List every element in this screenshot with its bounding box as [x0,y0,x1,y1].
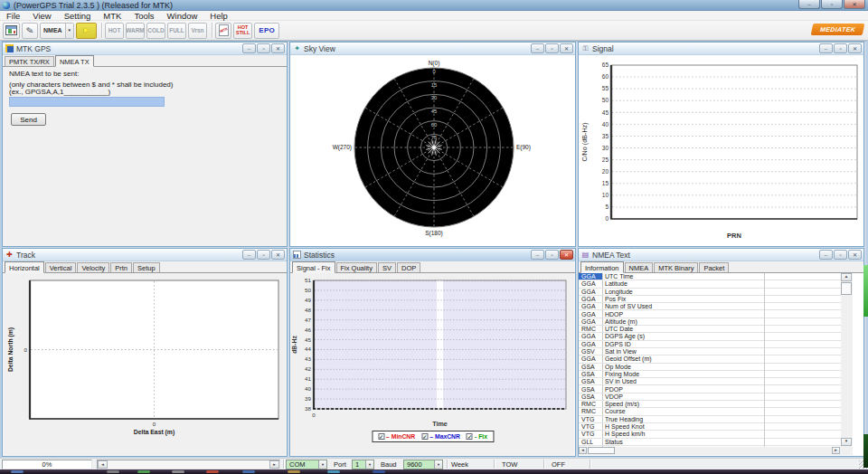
nmea-row[interactable]: GSVSat in View [579,348,841,356]
port-number-select[interactable]: 1 ▼ [352,460,374,469]
nmea-text-restore-button[interactable]: ▫ [834,250,847,260]
track-minimize-button[interactable]: – [242,250,256,260]
nmea-row[interactable]: GSAOp Mode [579,364,841,371]
scroll-up-icon[interactable]: ▲ [841,273,852,281]
nmea-row[interactable]: GSASV in Used [579,378,841,385]
mtk-gps-minimize-button[interactable]: – [242,43,256,53]
legend-checkbox[interactable]: ✓ [467,433,473,440]
horizontal-scrollbar[interactable]: ◄► [579,447,841,455]
signal-titlebar[interactable]: ⚿ Signal –▫✕ [579,43,863,55]
menu-item-setting[interactable]: Setting [58,11,98,21]
dropdown-arrow-icon[interactable]: ▼ [318,460,326,469]
app-titlebar[interactable]: (PowerGPS Trial 2.3.5 ) (Released for MT… [0,0,868,11]
mtk-gps-titlebar[interactable]: MTK GPS –▫✕ [3,43,287,55]
protocol-select[interactable]: NMEA ▼ [40,23,74,39]
statistics-titlebar[interactable]: Statistics –▫✕ [290,249,575,261]
nmea-row[interactable]: GGADGPS Age (s) [579,333,841,340]
scroll-left-icon[interactable]: ◄ [579,447,587,454]
mtk-gps-tab-nmea-tx[interactable]: NMEA TX [55,55,94,67]
nmea-row[interactable]: GGADGPS ID [579,341,841,348]
view-windows-button[interactable] [3,23,20,39]
scrollbar-thumb[interactable] [588,447,615,454]
nmea-row[interactable]: GGAUTC Time [579,273,841,280]
track-restore-button[interactable]: ▫ [257,250,270,260]
scroll-down-icon[interactable]: ▼ [841,438,852,446]
mtk-gps-close-button[interactable]: ✕ [271,43,285,53]
sky-view-close-button[interactable]: ✕ [560,43,573,53]
track-tab-horizontal[interactable]: Horizontal [5,261,44,273]
track-tab-vertical[interactable]: Vertical [45,262,77,272]
track-close-button[interactable]: ✕ [271,250,285,260]
nmea-row[interactable]: GGAGeoid Offset (m) [579,356,841,363]
legend-checkbox[interactable]: ✓ [421,433,428,440]
nmea-text-tab-nmea[interactable]: NMEA [625,262,654,272]
scrollbar-thumb[interactable] [841,282,852,295]
menu-item-help[interactable]: Help [203,11,234,21]
nmea-row[interactable]: GGALatitude [579,280,841,288]
nmea-row[interactable]: RMCSpeed (m/s) [579,401,841,408]
minimize-button[interactable]: – [798,0,820,9]
nmea-row[interactable]: RMCUTC Date [579,326,841,333]
nmea-text-input[interactable] [9,97,165,107]
nmea-text-tab-mtk-binary[interactable]: MTK Binary [654,262,698,272]
statistics-tab-fix-quality[interactable]: Fix Quality [336,262,377,272]
nmea-row[interactable]: VTGTrue Heading [579,416,841,423]
nmea-row[interactable]: GGAAltitude (m) [579,318,841,326]
com-port-select[interactable]: COM ▼ [286,460,327,469]
nmea-row[interactable]: GSAPDOP [579,386,841,393]
nmea-text-titlebar[interactable]: ▤ NMEA Text –▫✕ [579,249,863,261]
send-command-button[interactable]: ► [76,23,97,39]
pmtk-file-button[interactable]: PMTK [215,23,231,39]
hot-still-button[interactable]: HOTSTILL [233,23,252,39]
baud-rate-select[interactable]: 9600 ▼ [403,460,443,469]
nmea-field-table[interactable]: GGAUTC TimeGGALatitudeGGALongitudeGGAPos… [579,273,841,447]
nmea-text-minimize-button[interactable]: – [819,250,833,260]
maximize-button[interactable]: ▫ [821,0,843,9]
send-button[interactable]: Send [11,113,46,126]
sky-view-restore-button[interactable]: ▫ [545,43,559,53]
track-tab-setup[interactable]: Setup [133,262,160,272]
track-tab-velocity[interactable]: Velocity [77,262,109,272]
menu-item-file[interactable]: File [0,11,26,21]
mtk-gps-restore-button[interactable]: ▫ [257,43,270,53]
statistics-tab-signal-fix[interactable]: Signal - Fix [292,261,335,273]
scroll-right-icon[interactable]: ► [832,447,840,454]
scroll-left-button[interactable]: ◄ [98,460,108,469]
statistics-tab-sv[interactable]: SV [378,262,396,272]
nmea-row[interactable]: GGAPos Fix [579,296,841,303]
mtk-gps-tab-pmtk-tx-rx[interactable]: PMTK TX/RX [5,56,54,66]
connect-button[interactable]: ✎ [22,23,38,39]
track-tab-prtn[interactable]: Prtn [110,262,132,272]
toolbar-full-button[interactable]: FULL [167,23,186,39]
dropdown-arrow-icon[interactable]: ▼ [434,460,442,469]
dropdown-arrow-icon[interactable]: ▼ [365,460,373,469]
nmea-row[interactable]: GGANum of SV Used [579,303,841,310]
statistics-minimize-button[interactable]: – [531,250,544,260]
nmea-row[interactable]: GGALongitude [579,289,841,296]
nmea-text-tab-packet[interactable]: Packet [699,262,729,272]
dropdown-arrow-icon[interactable]: ▼ [65,24,73,38]
nmea-text-tab-information[interactable]: Information [580,261,624,273]
statistics-close-button[interactable]: ✕ [560,250,573,260]
statistics-tab-dop[interactable]: DOP [397,262,420,272]
nmea-row[interactable]: GLLStatus [579,439,841,446]
nmea-row[interactable]: GGAHDOP [579,311,841,318]
nmea-row[interactable]: GSAFixing Mode [579,371,841,378]
menu-item-view[interactable]: View [26,11,57,21]
nmea-row[interactable]: GSAVDOP [579,393,841,401]
nmea-row[interactable]: VTGH Speed Knot [579,423,841,431]
menu-item-mtk[interactable]: MTK [97,11,127,21]
toolbar-hot-button[interactable]: HOT [105,23,124,39]
signal-minimize-button[interactable]: – [819,43,833,53]
vertical-scrollbar[interactable]: ▲▼ [841,273,853,447]
nmea-row[interactable]: VTGH Speed km/h [579,431,841,438]
legend-checkbox[interactable]: ✓ [378,433,384,440]
scroll-right-button[interactable]: ► [269,460,279,469]
signal-close-button[interactable]: ✕ [848,43,862,53]
signal-restore-button[interactable]: ▫ [834,43,847,53]
status-scrollbar[interactable]: ◄ ► [97,460,280,469]
menu-item-window[interactable]: Window [161,11,204,21]
toolbar-cold-button[interactable]: COLD [146,23,165,39]
nmea-row[interactable]: RMCCourse [579,408,841,415]
sky-view-titlebar[interactable]: ✦ Sky View –▫✕ [290,43,575,55]
